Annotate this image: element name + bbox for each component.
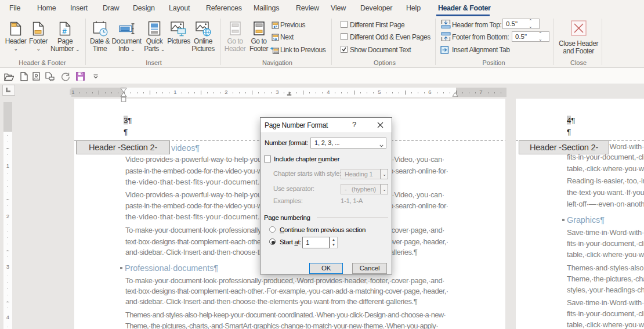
svg-text:#: # <box>62 27 67 35</box>
